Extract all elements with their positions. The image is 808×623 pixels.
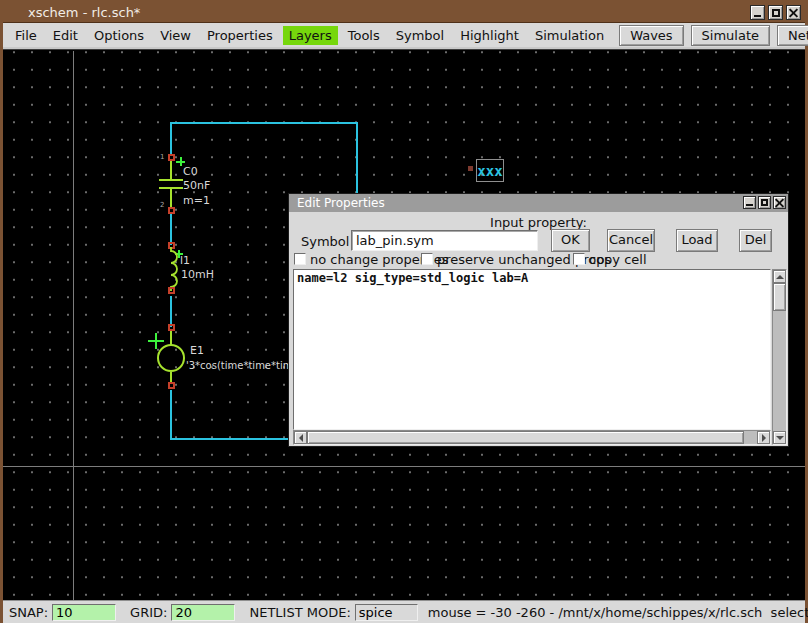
pin-terminal-icon — [168, 154, 175, 161]
pin-number: 2 — [160, 201, 164, 209]
symbol-label: Symbol — [301, 234, 349, 249]
component-value: 10mH — [181, 268, 214, 281]
canvas-top-edge — [3, 47, 805, 50]
netlist-mode-input[interactable] — [355, 604, 418, 621]
scroll-right-icon[interactable] — [757, 431, 770, 444]
netlist-button[interactable]: Netlist — [777, 25, 808, 46]
horizontal-scrollbar[interactable] — [293, 430, 771, 445]
snap-label: SNAP: — [9, 605, 48, 620]
minimize-icon[interactable] — [750, 5, 765, 20]
close-icon[interactable] — [786, 5, 801, 20]
load-button[interactable]: Load — [676, 229, 718, 252]
ok-button[interactable]: OK — [551, 229, 590, 252]
dialog-title-bar[interactable]: Edit Properties — [289, 194, 788, 212]
wire-left-4[interactable] — [170, 390, 172, 440]
copy-cell-label: copy cell — [589, 252, 647, 267]
grid-input[interactable] — [171, 604, 235, 621]
wire-right[interactable] — [356, 122, 358, 202]
menu-layers[interactable]: Layers — [283, 26, 338, 45]
component-ref: l1 — [180, 254, 190, 267]
inductor-coil-icon — [160, 247, 182, 291]
source-circle-icon — [157, 344, 185, 372]
component-ref: C0 — [183, 165, 198, 178]
scroll-up-icon[interactable] — [773, 270, 786, 283]
dialog-close-icon[interactable] — [773, 196, 786, 209]
waves-button[interactable]: Waves — [619, 25, 683, 46]
scroll-down-icon[interactable] — [773, 431, 786, 444]
window-title-bar[interactable]: xschem - rlc.sch* — [3, 3, 805, 23]
window-title: xschem - rlc.sch* — [28, 5, 140, 20]
del-button[interactable]: Del — [739, 229, 772, 252]
dialog-title: Edit Properties — [297, 196, 385, 210]
cancel-button[interactable]: Cancel — [607, 229, 655, 252]
edit-properties-dialog: Edit Properties Input property: Symbol O… — [288, 193, 789, 447]
menu-properties[interactable]: Properties — [201, 26, 279, 45]
dialog-minimize-icon[interactable] — [743, 196, 756, 209]
menu-view[interactable]: View — [154, 26, 197, 45]
statusbar: SNAP: GRID: NETLIST MODE: mouse = -30 -2… — [3, 600, 805, 623]
wire-left-1[interactable] — [170, 122, 172, 156]
vertical-scroll-thumb[interactable] — [773, 283, 786, 311]
dialog-maximize-icon[interactable] — [758, 196, 771, 209]
origin-axis-horizontal — [3, 466, 805, 467]
symbol-input[interactable] — [351, 230, 538, 251]
scroll-left-icon[interactable] — [294, 431, 307, 444]
horizontal-scroll-thumb[interactable] — [307, 431, 744, 444]
component-param: m=1 — [183, 194, 210, 207]
menu-file[interactable]: File — [9, 26, 43, 45]
maximize-icon[interactable] — [768, 5, 783, 20]
menu-options[interactable]: Options — [88, 26, 150, 45]
netlist-mode-label: NETLIST MODE: — [249, 605, 350, 620]
menu-tools[interactable]: Tools — [342, 26, 386, 45]
mouse-status-text: mouse = -30 -260 - /mnt/x/home/schippes/… — [428, 605, 808, 620]
pin-dot-icon — [468, 166, 473, 171]
wire-top[interactable] — [171, 122, 358, 124]
wire-bottom[interactable] — [170, 438, 292, 440]
pin-terminal-icon — [168, 324, 175, 331]
input-property-label: Input property: — [289, 215, 788, 230]
pin-label-text: xxx — [477, 163, 502, 179]
property-textarea[interactable]: name=l2 sig_type=std_logic lab=A — [293, 269, 771, 430]
menu-highlight[interactable]: Highlight — [454, 26, 525, 45]
wire-left-2[interactable] — [170, 213, 172, 245]
preserve-unchanged-props-checkbox[interactable] — [421, 253, 433, 265]
menu-simulation[interactable]: Simulation — [529, 26, 610, 45]
pin-terminal-icon — [168, 382, 175, 389]
component-ref: E1 — [190, 344, 204, 357]
wire-left-3[interactable] — [170, 296, 172, 327]
xschem-window: xschem - rlc.sch* File Edit Options View… — [0, 0, 808, 623]
menubar: File Edit Options View Properties Layers… — [3, 23, 805, 47]
component-expr: '3*cos(time*time*time* — [186, 360, 304, 371]
menu-symbol[interactable]: Symbol — [390, 26, 450, 45]
capacitor-plate — [159, 179, 183, 181]
vertical-scrollbar[interactable] — [772, 269, 787, 445]
pin-terminal-icon — [168, 287, 175, 294]
snap-input[interactable] — [52, 604, 116, 621]
pin-number: 1 — [160, 153, 164, 161]
pin-terminal-icon — [168, 207, 175, 214]
menu-edit[interactable]: Edit — [47, 26, 84, 45]
simulate-button[interactable]: Simulate — [691, 25, 770, 46]
copy-cell-checkbox[interactable] — [573, 253, 585, 265]
pin-label-box: xxx — [476, 159, 504, 182]
component-value: 50nF — [183, 179, 210, 192]
origin-axis-vertical — [73, 51, 74, 600]
preserve-unchanged-props-label: preserve unchanged props — [437, 252, 611, 267]
grid-label: GRID: — [130, 605, 167, 620]
no-change-properties-checkbox[interactable] — [294, 253, 306, 265]
